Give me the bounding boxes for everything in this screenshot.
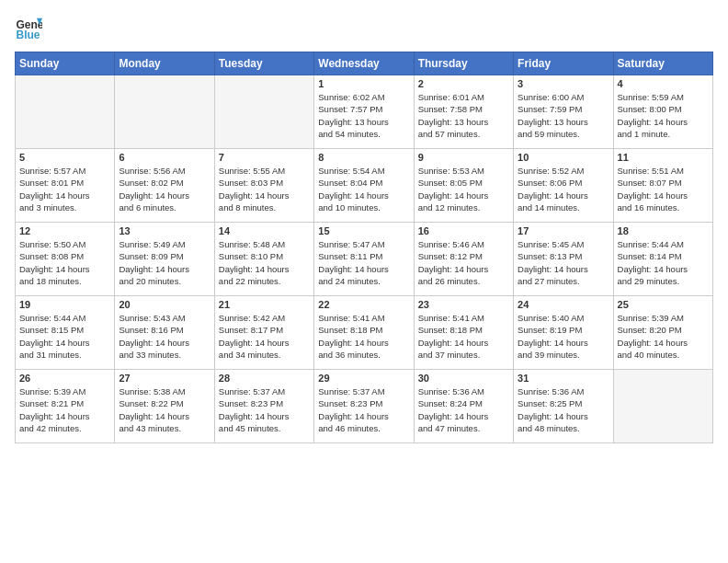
calendar-cell: 30Sunrise: 5:36 AM Sunset: 8:24 PM Dayli… (414, 370, 513, 443)
day-number: 28 (219, 373, 310, 384)
day-number: 29 (318, 373, 409, 384)
day-number: 23 (418, 299, 509, 310)
day-number: 24 (518, 299, 609, 310)
day-info: Sunrise: 5:39 AM Sunset: 8:20 PM Dayligh… (618, 312, 709, 361)
day-info: Sunrise: 5:46 AM Sunset: 8:12 PM Dayligh… (418, 238, 509, 287)
calendar-cell: 1Sunrise: 6:02 AM Sunset: 7:57 PM Daylig… (314, 75, 414, 149)
day-number: 14 (219, 225, 310, 236)
calendar-cell: 27Sunrise: 5:38 AM Sunset: 8:22 PM Dayli… (115, 370, 214, 443)
calendar-cell: 2Sunrise: 6:01 AM Sunset: 7:58 PM Daylig… (414, 75, 513, 149)
calendar-cell: 4Sunrise: 5:59 AM Sunset: 8:00 PM Daylig… (613, 75, 712, 149)
day-info: Sunrise: 5:36 AM Sunset: 8:24 PM Dayligh… (418, 385, 509, 434)
day-info: Sunrise: 5:49 AM Sunset: 8:09 PM Dayligh… (119, 238, 210, 287)
day-number: 5 (19, 152, 110, 163)
day-info: Sunrise: 5:37 AM Sunset: 8:23 PM Dayligh… (318, 385, 409, 434)
calendar-cell: 3Sunrise: 6:00 AM Sunset: 7:59 PM Daylig… (514, 75, 613, 149)
day-info: Sunrise: 5:37 AM Sunset: 8:23 PM Dayligh… (219, 385, 310, 434)
day-info: Sunrise: 6:01 AM Sunset: 7:58 PM Dayligh… (418, 91, 509, 140)
calendar-cell: 23Sunrise: 5:41 AM Sunset: 8:18 PM Dayli… (414, 296, 513, 370)
day-number: 21 (219, 299, 310, 310)
calendar-cell: 15Sunrise: 5:47 AM Sunset: 8:11 PM Dayli… (314, 223, 414, 296)
day-number: 15 (318, 225, 409, 236)
calendar-cell (214, 75, 313, 149)
calendar-cell: 18Sunrise: 5:44 AM Sunset: 8:14 PM Dayli… (613, 223, 712, 296)
calendar-cell: 24Sunrise: 5:40 AM Sunset: 8:19 PM Dayli… (514, 296, 613, 370)
calendar-cell: 20Sunrise: 5:43 AM Sunset: 8:16 PM Dayli… (115, 296, 214, 370)
calendar-cell: 22Sunrise: 5:41 AM Sunset: 8:18 PM Dayli… (314, 296, 414, 370)
day-number: 12 (19, 225, 110, 236)
day-info: Sunrise: 5:48 AM Sunset: 8:10 PM Dayligh… (219, 238, 310, 287)
logo-icon: General Blue (15, 15, 42, 42)
calendar-cell: 17Sunrise: 5:45 AM Sunset: 8:13 PM Dayli… (514, 223, 613, 296)
week-row-0: 1Sunrise: 6:02 AM Sunset: 7:57 PM Daylig… (16, 75, 713, 149)
day-number: 16 (418, 225, 509, 236)
day-number: 20 (119, 299, 210, 310)
calendar-cell: 12Sunrise: 5:50 AM Sunset: 8:08 PM Dayli… (16, 223, 115, 296)
column-header-sunday: Sunday (16, 52, 115, 75)
day-info: Sunrise: 6:02 AM Sunset: 7:57 PM Dayligh… (318, 91, 409, 140)
day-number: 31 (518, 373, 609, 384)
calendar-cell: 8Sunrise: 5:54 AM Sunset: 8:04 PM Daylig… (314, 149, 414, 223)
day-number: 27 (119, 373, 210, 384)
day-number: 26 (19, 373, 110, 384)
day-number: 30 (418, 373, 509, 384)
calendar-body: 1Sunrise: 6:02 AM Sunset: 7:57 PM Daylig… (16, 75, 713, 443)
day-info: Sunrise: 5:53 AM Sunset: 8:05 PM Dayligh… (418, 165, 509, 213)
column-header-wednesday: Wednesday (314, 52, 414, 75)
column-header-tuesday: Tuesday (214, 52, 313, 75)
column-header-thursday: Thursday (414, 52, 513, 75)
week-row-1: 5Sunrise: 5:57 AM Sunset: 8:01 PM Daylig… (16, 149, 713, 223)
day-info: Sunrise: 5:44 AM Sunset: 8:14 PM Dayligh… (618, 238, 709, 287)
calendar-cell: 7Sunrise: 5:55 AM Sunset: 8:03 PM Daylig… (214, 149, 313, 223)
day-info: Sunrise: 5:50 AM Sunset: 8:08 PM Dayligh… (19, 238, 110, 287)
day-info: Sunrise: 5:38 AM Sunset: 8:22 PM Dayligh… (119, 385, 210, 434)
day-info: Sunrise: 5:36 AM Sunset: 8:25 PM Dayligh… (518, 385, 609, 434)
calendar-cell: 13Sunrise: 5:49 AM Sunset: 8:09 PM Dayli… (115, 223, 214, 296)
calendar-cell: 21Sunrise: 5:42 AM Sunset: 8:17 PM Dayli… (214, 296, 313, 370)
column-header-friday: Friday (514, 52, 613, 75)
day-info: Sunrise: 5:42 AM Sunset: 8:17 PM Dayligh… (219, 312, 310, 361)
week-row-4: 26Sunrise: 5:39 AM Sunset: 8:21 PM Dayli… (16, 370, 713, 443)
logo: General Blue (15, 15, 46, 42)
column-header-monday: Monday (115, 52, 214, 75)
calendar-cell (613, 370, 712, 443)
day-info: Sunrise: 5:45 AM Sunset: 8:13 PM Dayligh… (518, 238, 609, 287)
calendar-cell: 19Sunrise: 5:44 AM Sunset: 8:15 PM Dayli… (16, 296, 115, 370)
day-info: Sunrise: 5:54 AM Sunset: 8:04 PM Dayligh… (318, 165, 409, 213)
day-info: Sunrise: 5:55 AM Sunset: 8:03 PM Dayligh… (219, 165, 310, 213)
day-info: Sunrise: 5:40 AM Sunset: 8:19 PM Dayligh… (518, 312, 609, 361)
week-row-3: 19Sunrise: 5:44 AM Sunset: 8:15 PM Dayli… (16, 296, 713, 370)
calendar-cell: 14Sunrise: 5:48 AM Sunset: 8:10 PM Dayli… (214, 223, 313, 296)
day-number: 6 (119, 152, 210, 163)
day-info: Sunrise: 5:59 AM Sunset: 8:00 PM Dayligh… (618, 91, 709, 140)
day-info: Sunrise: 5:57 AM Sunset: 8:01 PM Dayligh… (19, 165, 110, 213)
day-info: Sunrise: 5:56 AM Sunset: 8:02 PM Dayligh… (119, 165, 210, 213)
calendar-cell: 29Sunrise: 5:37 AM Sunset: 8:23 PM Dayli… (314, 370, 414, 443)
page-header: General Blue (15, 15, 713, 42)
calendar-cell (16, 75, 115, 149)
day-info: Sunrise: 5:41 AM Sunset: 8:18 PM Dayligh… (318, 312, 409, 361)
day-info: Sunrise: 5:44 AM Sunset: 8:15 PM Dayligh… (19, 312, 110, 361)
day-number: 9 (418, 152, 509, 163)
calendar-cell: 26Sunrise: 5:39 AM Sunset: 8:21 PM Dayli… (16, 370, 115, 443)
day-info: Sunrise: 5:41 AM Sunset: 8:18 PM Dayligh… (418, 312, 509, 361)
day-info: Sunrise: 5:51 AM Sunset: 8:07 PM Dayligh… (618, 165, 709, 213)
day-info: Sunrise: 6:00 AM Sunset: 7:59 PM Dayligh… (518, 91, 609, 140)
day-info: Sunrise: 5:47 AM Sunset: 8:11 PM Dayligh… (318, 238, 409, 287)
calendar-header-row: SundayMondayTuesdayWednesdayThursdayFrid… (16, 52, 713, 75)
day-number: 17 (518, 225, 609, 236)
day-number: 13 (119, 225, 210, 236)
calendar-cell: 25Sunrise: 5:39 AM Sunset: 8:20 PM Dayli… (613, 296, 712, 370)
day-number: 2 (418, 78, 509, 89)
calendar-table: SundayMondayTuesdayWednesdayThursdayFrid… (15, 52, 713, 443)
day-number: 4 (618, 78, 709, 89)
calendar-cell: 11Sunrise: 5:51 AM Sunset: 8:07 PM Dayli… (613, 149, 712, 223)
calendar-cell: 5Sunrise: 5:57 AM Sunset: 8:01 PM Daylig… (16, 149, 115, 223)
day-info: Sunrise: 5:39 AM Sunset: 8:21 PM Dayligh… (19, 385, 110, 434)
week-row-2: 12Sunrise: 5:50 AM Sunset: 8:08 PM Dayli… (16, 223, 713, 296)
calendar-cell: 28Sunrise: 5:37 AM Sunset: 8:23 PM Dayli… (214, 370, 313, 443)
day-number: 3 (518, 78, 609, 89)
day-number: 10 (518, 152, 609, 163)
day-number: 18 (618, 225, 709, 236)
day-number: 22 (318, 299, 409, 310)
